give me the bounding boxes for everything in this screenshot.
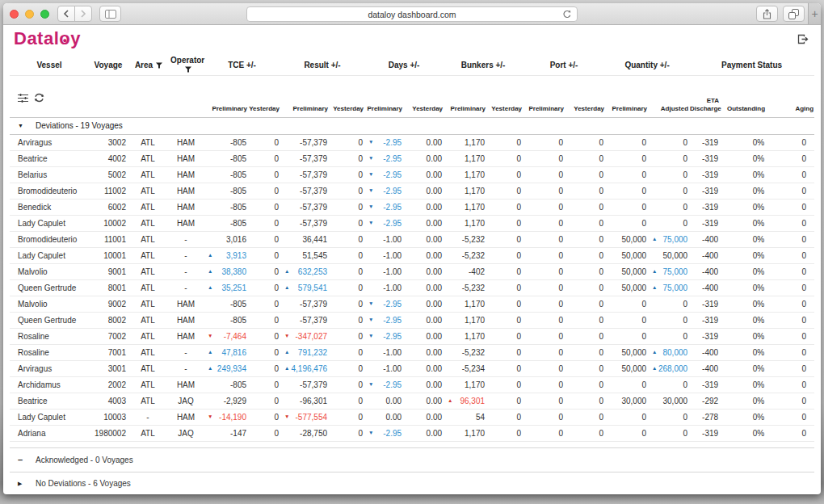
table-row[interactable]: Lady Capulet10001ATL-▲3,913051,5450-1.00… bbox=[10, 247, 814, 263]
table-row[interactable]: Beatrice4003ATLJAQ-2,9290-96,30100.000.0… bbox=[10, 393, 814, 409]
cell-result-yesterday: 0 bbox=[329, 199, 364, 215]
table-row[interactable]: Queen Gertrude8001ATL-▲35,2510▲579,5410-… bbox=[10, 279, 814, 296]
section-header-deviations-19-voyages[interactable]: ▼Deviations - 19 Voyages bbox=[10, 117, 814, 134]
cell-quantity-preliminary: 0 bbox=[605, 425, 648, 441]
cell-days-yesterday: 0.00 bbox=[403, 166, 444, 183]
cell-outstanding: 0% bbox=[720, 296, 766, 312]
cell-eta-discharge: -319 bbox=[689, 183, 720, 199]
column-group-voyage[interactable]: Voyage bbox=[89, 55, 128, 75]
cell-eta-discharge: -319 bbox=[689, 150, 720, 166]
table-row[interactable]: Arviragus3002ATLHAM-8050-57,3790▼-2.950.… bbox=[10, 134, 814, 150]
cell-outstanding: 0% bbox=[720, 360, 766, 376]
cell-vessel: Queen Gertrude bbox=[10, 279, 89, 296]
cell-aging: 0 bbox=[766, 150, 814, 166]
cell-quantity-adjusted: 0 bbox=[648, 376, 689, 393]
table-row[interactable]: Rosaline7002ATLHAM▼-7,4640▼-347,0270▼-2.… bbox=[10, 328, 814, 344]
address-bar[interactable]: dataloy dashboard.com bbox=[246, 6, 578, 22]
subheader-outstanding: Outstanding bbox=[720, 75, 766, 117]
close-button[interactable] bbox=[10, 10, 19, 19]
table-row[interactable]: Lady Capulet10002ATLHAM-8050-57,3790▼-2.… bbox=[10, 215, 814, 231]
cell-voyage: 9001 bbox=[89, 263, 128, 279]
column-group-days[interactable]: Days +/- bbox=[364, 55, 444, 75]
cell-eta-discharge: -400 bbox=[689, 360, 720, 376]
chevron-left-icon bbox=[63, 10, 69, 18]
section-header-no-deviations-6-voyages[interactable]: ▶No Deviations - 6 Voyages bbox=[10, 472, 814, 494]
table-row[interactable]: Adriana1980002ATLJAQ-1470-28,7500▼-2.950… bbox=[10, 425, 814, 441]
cell-eta-discharge: -278 bbox=[689, 409, 720, 425]
cell-bunkers-yesterday: 0 bbox=[486, 166, 523, 183]
cell-days-preliminary: ▼-2.95 bbox=[364, 166, 403, 183]
cell-value: 75,000 bbox=[662, 267, 687, 276]
cell-voyage: 10002 bbox=[89, 215, 128, 231]
tab-overview-button[interactable] bbox=[783, 6, 805, 22]
cell-outstanding: 0% bbox=[720, 425, 766, 441]
cell-result-preliminary: -28,750 bbox=[280, 425, 329, 441]
cell-result-preliminary: -57,379 bbox=[280, 215, 329, 231]
cell-days-preliminary: ▼-2.95 bbox=[364, 183, 403, 199]
cell-operator: HAM bbox=[170, 150, 204, 166]
cell-outstanding: 0% bbox=[720, 150, 766, 166]
table-row[interactable]: Rosaline7001ATL-▲47,8160▲791,2320-1.000.… bbox=[10, 344, 814, 360]
reload-button[interactable] bbox=[562, 10, 572, 21]
zoom-button[interactable] bbox=[40, 10, 49, 19]
dash-icon: – bbox=[18, 455, 36, 464]
refresh-button[interactable] bbox=[34, 85, 44, 105]
cell-days-yesterday: 0.00 bbox=[403, 344, 444, 360]
column-group-area[interactable]: Area bbox=[128, 55, 170, 75]
table-row[interactable]: Benedick6002ATLHAM-8050-57,3790▼-2.950.0… bbox=[10, 199, 814, 215]
cell-result-yesterday: 0 bbox=[329, 296, 364, 312]
cell-quantity-preliminary: 0 bbox=[605, 166, 648, 183]
cell-value: -2.95 bbox=[383, 219, 401, 228]
cell-voyage: 7001 bbox=[89, 344, 128, 360]
cell-operator: HAM bbox=[170, 312, 204, 328]
refresh-icon bbox=[34, 93, 44, 103]
new-tab-button[interactable]: + bbox=[808, 3, 821, 24]
column-group-payment-status[interactable]: Payment Status bbox=[689, 55, 814, 75]
table-row[interactable]: Lady Capulet10003-HAM▼-14,1900▼-577,5540… bbox=[10, 409, 814, 425]
table-row[interactable]: Malvolio9002ATLHAM-8050-57,3790▼-2.950.0… bbox=[10, 296, 814, 312]
cell-tce-preliminary: -147 bbox=[204, 425, 248, 441]
column-group-tce[interactable]: TCE +/- bbox=[204, 55, 280, 75]
cell-value: -2.95 bbox=[383, 170, 401, 179]
filter-funnel-icon bbox=[156, 62, 162, 69]
column-group-port[interactable]: Port +/- bbox=[523, 55, 605, 75]
back-button[interactable] bbox=[57, 6, 75, 22]
table-row[interactable]: Queen Gertrude8002ATLHAM-8050-57,3790▼-2… bbox=[10, 312, 814, 328]
cell-quantity-adjusted: ▲75,000 bbox=[648, 279, 689, 296]
cell-port-preliminary: 0 bbox=[523, 150, 565, 166]
share-button[interactable] bbox=[756, 6, 778, 22]
down-arrow-icon: ▼ bbox=[368, 172, 373, 178]
cell-outstanding: 0% bbox=[720, 344, 766, 360]
cell-tce-preliminary: -805 bbox=[204, 134, 248, 150]
cell-port-yesterday: 0 bbox=[565, 376, 605, 393]
table-row[interactable]: Bromodideuterio11002ATLHAM-8050-57,3790▼… bbox=[10, 183, 814, 199]
forward-button[interactable] bbox=[74, 6, 92, 22]
table-toolbar bbox=[10, 75, 204, 117]
table-row[interactable]: Archidamus2002ATLHAM-8050-57,3790▼-2.950… bbox=[10, 376, 814, 393]
sidebar-toggle-button[interactable] bbox=[99, 6, 121, 22]
cell-vessel: Lady Capulet bbox=[10, 215, 89, 231]
cell-eta-discharge: -400 bbox=[689, 263, 720, 279]
table-row[interactable]: Beatrice4002ATLHAM-8050-57,3790▼-2.950.0… bbox=[10, 150, 814, 166]
column-group-result[interactable]: Result +/- bbox=[280, 55, 364, 75]
table-row[interactable]: Belarius5002ATLHAM-8050-57,3790▼-2.950.0… bbox=[10, 166, 814, 183]
logo-o-mark: o bbox=[59, 28, 70, 49]
table-row[interactable]: Bromodideuterio11001ATL-3,016036,4410-1.… bbox=[10, 231, 814, 247]
cell-days-preliminary: -1.00 bbox=[364, 279, 403, 296]
cell-aging: 0 bbox=[766, 360, 814, 376]
cell-area: ATL bbox=[128, 199, 170, 215]
column-group-operator[interactable]: Operator bbox=[170, 55, 204, 75]
cell-aging: 0 bbox=[766, 279, 814, 296]
column-group-bunkers[interactable]: Bunkers +/- bbox=[444, 55, 523, 75]
sign-out-button[interactable] bbox=[797, 33, 809, 48]
cell-port-preliminary: 0 bbox=[523, 393, 565, 409]
cell-days-yesterday: 0.00 bbox=[403, 263, 444, 279]
column-group-quantity[interactable]: Quantity +/- bbox=[605, 55, 689, 75]
minimize-button[interactable] bbox=[25, 10, 34, 19]
column-group-vessel[interactable]: Vessel bbox=[10, 55, 89, 75]
table-row[interactable]: Arviragus3001ATL-▲249,9340▲4,196,4760-1.… bbox=[10, 360, 814, 376]
section-header-acknowledged-0-voyages[interactable]: –Acknowledged - 0 Voyages bbox=[10, 447, 814, 472]
table-row[interactable]: Malvolio9001ATL-▲38,3800▲632,2530-1.000.… bbox=[10, 263, 814, 279]
column-settings-button[interactable] bbox=[18, 86, 28, 105]
cell-outstanding: 0% bbox=[720, 215, 766, 231]
